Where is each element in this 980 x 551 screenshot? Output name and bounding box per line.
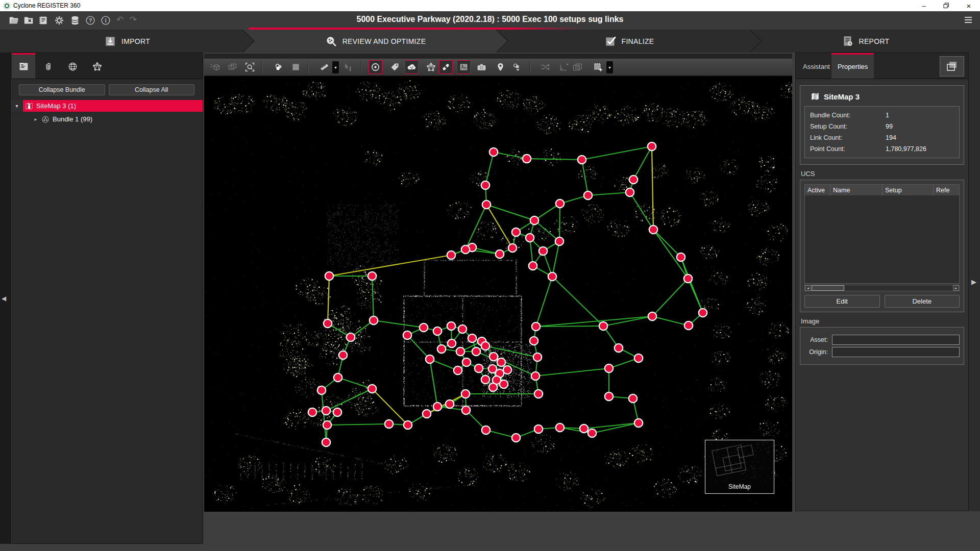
setup-link-line[interactable] <box>338 378 372 389</box>
setup-node[interactable] <box>423 410 431 418</box>
setup-node[interactable] <box>512 434 520 442</box>
tab-review-and-optimize[interactable]: REVIEW AND OPTIMIZE <box>243 30 507 53</box>
setup-node[interactable] <box>526 234 534 242</box>
sitemap-viewport[interactable]: SiteMap <box>204 76 792 512</box>
setup-node[interactable] <box>497 358 505 366</box>
setup-node[interactable] <box>404 421 412 429</box>
setup-node[interactable] <box>323 421 331 429</box>
setup-node[interactable] <box>472 347 480 356</box>
setup-node[interactable] <box>462 406 470 414</box>
setup-link-line[interactable] <box>552 277 603 326</box>
probe-cursor-button[interactable] <box>341 60 355 74</box>
add-ucs-button[interactable] <box>557 60 571 74</box>
setup-node[interactable] <box>368 272 376 280</box>
setup-link-line[interactable] <box>588 192 630 195</box>
setup-link-line[interactable] <box>430 359 437 407</box>
collapse-bundle-button[interactable]: Collapse Bundle <box>19 84 105 95</box>
setup-node[interactable] <box>347 333 355 341</box>
tab-finalize[interactable]: FINALIZE <box>497 30 761 53</box>
setup-node[interactable] <box>634 419 643 427</box>
tab-report[interactable]: REPORT <box>750 30 980 53</box>
select-area-button[interactable] <box>591 60 605 74</box>
setup-node[interactable] <box>420 323 428 332</box>
setup-node[interactable] <box>512 228 520 236</box>
setup-link-line[interactable] <box>536 326 603 327</box>
setup-link-line[interactable] <box>465 205 486 249</box>
setup-node[interactable] <box>684 321 693 330</box>
setup-node[interactable] <box>496 250 504 258</box>
setup-node[interactable] <box>615 344 623 352</box>
setup-node[interactable] <box>447 251 455 259</box>
setup-link-line[interactable] <box>328 276 329 323</box>
setup-node[interactable] <box>385 420 393 428</box>
caret-right-icon[interactable]: ▸ <box>32 116 39 122</box>
setup-node[interactable] <box>481 375 489 384</box>
setup-node[interactable] <box>599 322 607 330</box>
setup-node[interactable] <box>322 407 330 415</box>
setup-node[interactable] <box>322 438 330 446</box>
setup-link-line[interactable] <box>326 389 372 411</box>
setup-link-line[interactable] <box>534 220 559 241</box>
setup-link-line[interactable] <box>652 316 689 325</box>
setup-node[interactable] <box>503 366 511 374</box>
panel-expand-arrow[interactable]: ▶ <box>971 278 976 286</box>
setup-node[interactable] <box>548 272 556 281</box>
setup-node[interactable] <box>523 155 531 163</box>
scroll-right-arrow[interactable]: ► <box>953 285 959 291</box>
setup-node[interactable] <box>462 358 471 366</box>
setup-node[interactable] <box>333 408 341 416</box>
select-dropdown[interactable]: ▼ <box>606 61 613 73</box>
caret-down-icon[interactable]: ▾ <box>13 103 20 109</box>
measure-tool-button[interactable] <box>317 60 331 74</box>
setup-link-line[interactable] <box>582 160 588 195</box>
scroll-left-arrow[interactable]: ◄ <box>805 285 811 291</box>
setup-node[interactable] <box>446 400 454 408</box>
setup-node[interactable] <box>634 354 643 362</box>
ucs-hscrollbar[interactable]: ◄ ► <box>804 285 960 291</box>
setup-link-line[interactable] <box>486 205 534 220</box>
setup-link-line[interactable] <box>407 335 430 359</box>
setup-node[interactable] <box>508 244 517 252</box>
camera-button[interactable] <box>475 60 488 74</box>
sidebar-collapse-arrow[interactable]: ◀ <box>2 295 6 302</box>
setup-node[interactable] <box>578 156 586 164</box>
setup-link-line[interactable] <box>494 152 527 159</box>
setup-node[interactable] <box>530 216 538 224</box>
setup-link-line[interactable] <box>372 276 374 320</box>
setup-node[interactable] <box>580 424 588 433</box>
setup-link-line[interactable] <box>688 279 703 313</box>
setup-node[interactable] <box>531 372 540 380</box>
setup-node[interactable] <box>339 351 347 359</box>
collapse-all-button[interactable]: Collapse All <box>109 84 195 95</box>
view-split-button[interactable] <box>226 60 239 74</box>
setup-link-line[interactable] <box>322 390 326 442</box>
show-setups-toggle[interactable] <box>369 60 382 74</box>
setup-node[interactable] <box>626 188 634 196</box>
setup-link-line[interactable] <box>582 146 652 160</box>
setup-node[interactable] <box>605 364 613 372</box>
setup-link-line[interactable] <box>592 423 639 433</box>
setup-link-line[interactable] <box>329 255 451 276</box>
setup-link-line[interactable] <box>633 146 652 180</box>
setup-link-line[interactable] <box>653 230 681 257</box>
setup-node[interactable] <box>489 353 498 361</box>
setup-node[interactable] <box>629 176 638 184</box>
setup-node[interactable] <box>456 347 464 356</box>
setup-node[interactable] <box>426 355 434 363</box>
setup-link-line[interactable] <box>374 320 424 328</box>
setup-node[interactable] <box>530 337 538 345</box>
sidebar-tab-structure[interactable] <box>12 53 35 79</box>
setup-node[interactable] <box>648 142 656 151</box>
minimize-button[interactable]: – <box>913 0 935 11</box>
setup-node[interactable] <box>533 353 542 361</box>
show-links-toggle[interactable] <box>439 60 453 74</box>
setup-node[interactable] <box>448 339 456 347</box>
setup-link-line[interactable] <box>485 152 494 185</box>
add-image-button[interactable] <box>571 60 584 74</box>
setup-node[interactable] <box>468 334 476 342</box>
setup-node[interactable] <box>368 385 376 393</box>
tab-assistant[interactable]: Assistant <box>797 55 836 79</box>
setup-node[interactable] <box>475 364 483 372</box>
setup-node[interactable] <box>539 247 547 255</box>
setup-node[interactable] <box>334 373 342 382</box>
